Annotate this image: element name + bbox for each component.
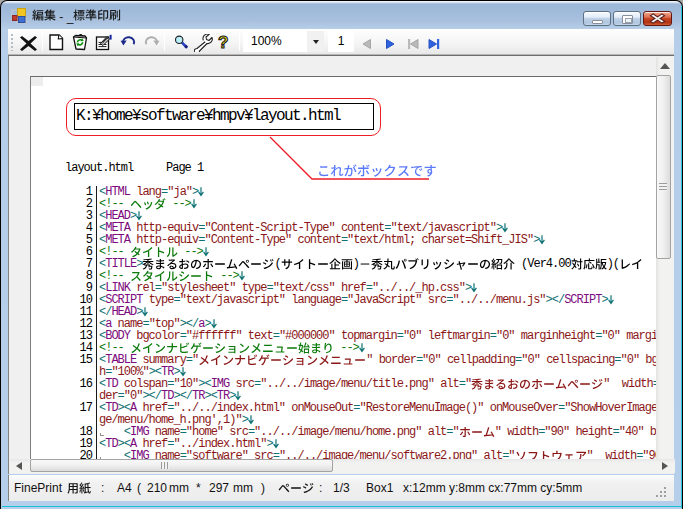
svg-text:?: ?	[218, 34, 228, 52]
